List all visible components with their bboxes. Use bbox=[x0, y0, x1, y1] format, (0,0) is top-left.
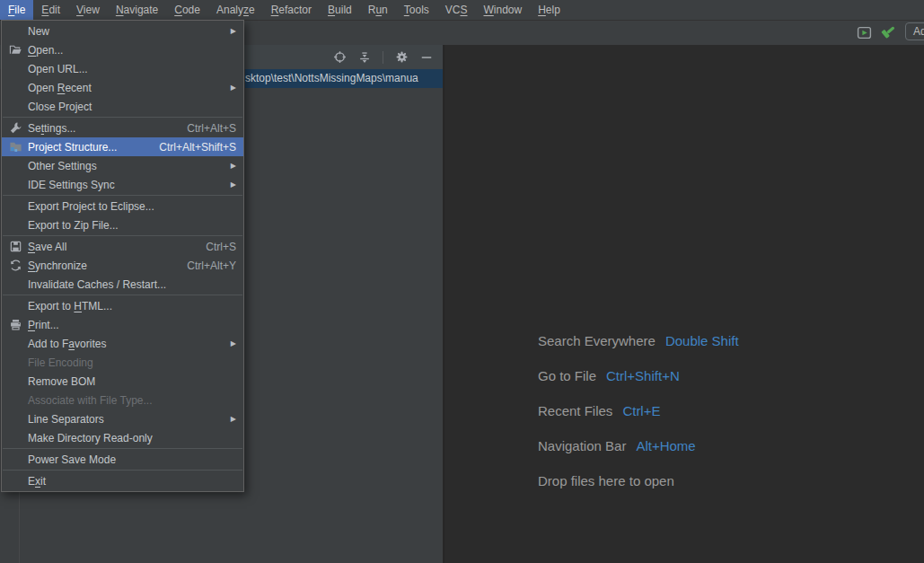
project-structure-icon bbox=[7, 140, 23, 154]
menu-separator bbox=[3, 448, 242, 449]
menubar-help[interactable]: Help bbox=[530, 0, 568, 20]
synchronize-icon bbox=[7, 259, 23, 273]
menu-separator bbox=[3, 235, 242, 236]
icon-spacer bbox=[7, 81, 23, 95]
menu-shortcut: Ctrl+S bbox=[206, 241, 236, 253]
hint-search-everywhere: Search EverywhereDouble Shift bbox=[538, 330, 739, 352]
menu-item-ide-settings-sync[interactable]: IDE Settings Sync▶ bbox=[2, 175, 243, 194]
icon-spacer bbox=[7, 199, 23, 214]
menu-shortcut: Ctrl+Alt+Y bbox=[187, 260, 236, 272]
menu-separator bbox=[3, 117, 242, 118]
menu-separator bbox=[3, 195, 242, 196]
menu-shortcut: Ctrl+Alt+S bbox=[187, 122, 236, 135]
menubar-refactor[interactable]: Refactor bbox=[263, 0, 320, 20]
menu-item-add-to-favorites[interactable]: Add to Favorites▶ bbox=[2, 334, 243, 353]
hint-label: Go to File bbox=[538, 368, 596, 383]
menubar-build[interactable]: Build bbox=[320, 0, 360, 20]
menu-item-invalidate-caches[interactable]: Invalidate Caches / Restart... bbox=[2, 275, 243, 294]
menubar-window[interactable]: Window bbox=[475, 0, 530, 20]
menubar-file[interactable]: File bbox=[0, 0, 33, 20]
menu-item-exit[interactable]: Exit bbox=[2, 471, 243, 490]
menu-item-new[interactable]: New▶ bbox=[2, 22, 243, 40]
menu-item-open[interactable]: Open... bbox=[2, 40, 243, 59]
menu-shortcut: Ctrl+Alt+Shift+S bbox=[159, 141, 236, 154]
icon-spacer bbox=[7, 453, 23, 467]
icon-spacer bbox=[7, 356, 23, 370]
menu-item-export-zip[interactable]: Export to Zip File... bbox=[2, 216, 243, 234]
menubar-edit[interactable]: Edit bbox=[33, 0, 68, 20]
icon-spacer bbox=[7, 178, 23, 192]
header-divider bbox=[383, 51, 383, 64]
hint-shortcut-link[interactable]: Alt+Home bbox=[636, 438, 695, 453]
icon-spacer bbox=[7, 218, 23, 233]
menubar-navigate[interactable]: Navigate bbox=[108, 0, 166, 20]
hint-label: Drop files here to open bbox=[538, 473, 674, 488]
icon-spacer bbox=[7, 337, 23, 351]
menu-item-synchronize[interactable]: SynchronizeCtrl+Alt+Y bbox=[2, 256, 243, 275]
menu-item-associate-file-type: Associate with File Type... bbox=[2, 391, 243, 409]
icon-spacer bbox=[7, 159, 23, 173]
icon-spacer bbox=[7, 474, 23, 488]
hint-label: Recent Files bbox=[538, 403, 612, 418]
ide-window: File Edit View Navigate Code Analyze Ref… bbox=[0, 0, 924, 563]
menubar-code[interactable]: Code bbox=[166, 0, 208, 20]
menu-item-other-settings[interactable]: Other Settings▶ bbox=[2, 156, 243, 175]
menubar-view[interactable]: View bbox=[68, 0, 108, 20]
submenu-arrow-icon: ▶ bbox=[231, 28, 236, 35]
icon-spacer bbox=[7, 24, 23, 39]
submenu-arrow-icon: ▶ bbox=[231, 181, 236, 189]
editor-shortcut-hints: Search EverywhereDouble Shift Go to File… bbox=[538, 330, 739, 506]
icon-spacer bbox=[7, 277, 23, 292]
menu-separator bbox=[3, 295, 242, 295]
submenu-arrow-icon: ▶ bbox=[231, 416, 236, 423]
main-menubar: File Edit View Navigate Code Analyze Ref… bbox=[0, 0, 924, 21]
menu-item-make-directory-readonly[interactable]: Make Directory Read-only bbox=[2, 428, 243, 447]
settings-gear-icon[interactable] bbox=[394, 50, 409, 65]
hint-label: Search Everywhere bbox=[538, 333, 656, 348]
icon-spacer bbox=[7, 299, 23, 313]
hint-shortcut-link[interactable]: Ctrl+E bbox=[622, 403, 660, 418]
hint-shortcut-link[interactable]: Ctrl+Shift+N bbox=[606, 368, 680, 383]
icon-spacer bbox=[7, 100, 23, 114]
hint-go-to-file: Go to FileCtrl+Shift+N bbox=[538, 365, 739, 387]
submenu-arrow-icon: ▶ bbox=[231, 163, 236, 170]
hint-drop-files: Drop files here to open bbox=[538, 471, 739, 492]
menu-item-settings[interactable]: Settings...Ctrl+Alt+S bbox=[2, 119, 243, 137]
menubar-run[interactable]: Run bbox=[360, 0, 396, 20]
hint-recent-files: Recent FilesCtrl+E bbox=[538, 400, 739, 422]
menu-item-export-html[interactable]: Export to HTML... bbox=[2, 296, 243, 315]
menu-separator bbox=[3, 470, 242, 471]
icon-spacer bbox=[7, 374, 23, 389]
hide-panel-icon[interactable] bbox=[419, 50, 434, 65]
menu-item-close-project[interactable]: Close Project bbox=[2, 97, 243, 116]
menu-item-open-url[interactable]: Open URL... bbox=[2, 59, 243, 78]
menu-item-project-structure[interactable]: Project Structure...Ctrl+Alt+Shift+S bbox=[2, 137, 243, 156]
hint-label: Navigation Bar bbox=[538, 438, 626, 453]
icon-spacer bbox=[7, 431, 23, 445]
build-hammer-icon[interactable] bbox=[881, 24, 897, 40]
locate-target-icon[interactable] bbox=[332, 50, 347, 65]
submenu-arrow-icon: ▶ bbox=[231, 340, 236, 347]
menu-item-remove-bom[interactable]: Remove BOM bbox=[2, 372, 243, 391]
collapse-all-icon[interactable] bbox=[357, 50, 372, 65]
menu-item-save-all[interactable]: Save AllCtrl+S bbox=[2, 237, 243, 256]
hint-shortcut-link[interactable]: Double Shift bbox=[665, 333, 739, 348]
editor-empty-area: Search EverywhereDouble Shift Go to File… bbox=[444, 45, 924, 563]
menu-item-export-eclipse[interactable]: Export Project to Eclipse... bbox=[2, 197, 243, 216]
hint-navigation-bar: Navigation BarAlt+Home bbox=[538, 435, 739, 457]
menu-item-file-encoding: File Encoding bbox=[2, 353, 243, 372]
menu-item-open-recent[interactable]: Open Recent▶ bbox=[2, 78, 243, 97]
menubar-vcs[interactable]: VCS bbox=[437, 0, 476, 20]
menu-item-power-save-mode[interactable]: Power Save Mode bbox=[2, 450, 243, 469]
menu-item-line-separators[interactable]: Line Separators▶ bbox=[2, 409, 243, 428]
menubar-analyze[interactable]: Analyze bbox=[208, 0, 263, 20]
icon-spacer bbox=[7, 62, 23, 76]
wrench-icon bbox=[7, 121, 23, 136]
save-all-icon bbox=[7, 240, 23, 254]
menubar-tools[interactable]: Tools bbox=[396, 0, 437, 20]
run-in-window-icon[interactable] bbox=[856, 24, 872, 40]
icon-spacer bbox=[7, 393, 23, 408]
project-selected-path-row[interactable]: sktop\test\NottsMissingMaps\manua bbox=[245, 69, 443, 88]
add-configuration-button[interactable]: Ad bbox=[905, 22, 924, 40]
menu-item-print[interactable]: Print... bbox=[2, 315, 243, 334]
